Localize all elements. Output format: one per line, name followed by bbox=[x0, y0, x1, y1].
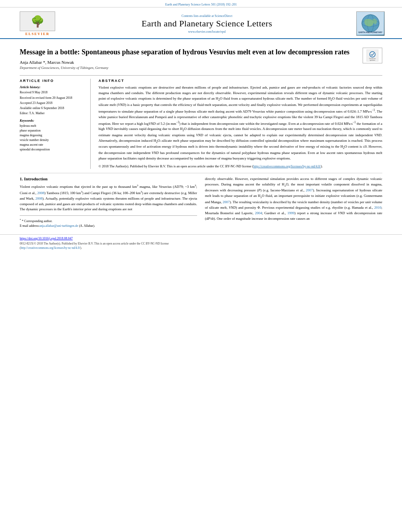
keywords-label: Keywords: bbox=[20, 119, 84, 122]
abstract-heading: ABSTRACT bbox=[99, 79, 382, 83]
received-date: Received 9 May 2018 bbox=[20, 90, 84, 95]
section-number: 1. bbox=[20, 176, 24, 181]
svg-text:updates: updates bbox=[370, 59, 375, 61]
section-divider bbox=[20, 173, 382, 173]
email-label: E-mail address: bbox=[20, 224, 39, 228]
and-word: and bbox=[92, 207, 97, 211]
main-article-cols: 1. Introduction Violent explosive volcan… bbox=[20, 176, 382, 228]
history-label: Article history: bbox=[20, 85, 84, 89]
article-body: Message in a bottle: Spontaneous phase s… bbox=[0, 39, 402, 232]
author-email-link[interactable]: anja.allabar@uni-tuebingen.de bbox=[39, 224, 78, 228]
contents-text: Contents lists available at bbox=[182, 14, 214, 18]
page: Earth and Planetary Science Letters 501 … bbox=[0, 0, 402, 532]
ref-hamada-2010[interactable]: 2010 bbox=[374, 206, 381, 209]
article-info-heading: ARTICLE INFO bbox=[20, 79, 84, 83]
footnote-email: E-mail address:anja.allabar@uni-tuebinge… bbox=[20, 224, 197, 228]
main-col-left: 1. Introduction Violent explosive volcan… bbox=[20, 176, 197, 228]
article-info-col: ARTICLE INFO Article history: Received 9… bbox=[20, 79, 91, 169]
footer-doi[interactable]: https://doi.org/10.1016/j.epsl.2018.08.0… bbox=[20, 237, 382, 240]
journal-reference: Earth and Planetary Science Letters 501 … bbox=[165, 3, 237, 6]
earth-logo-text: EARTH AND PLANETARY bbox=[357, 12, 384, 36]
available-date: Available online 6 September 2018 bbox=[20, 106, 84, 110]
earth-logo-area: EARTH AND PLANETARY bbox=[351, 11, 390, 36]
keyword-4: vesicle number density bbox=[20, 138, 84, 143]
authors-line: Anja Allabar *, Marcus Nowak bbox=[20, 60, 357, 65]
email-name: (A. Allabar). bbox=[79, 224, 95, 228]
keyword-6: spinodal decomposition bbox=[20, 147, 84, 152]
keyword-2: phase separation bbox=[20, 128, 84, 133]
page-footer: https://doi.org/10.1016/j.epsl.2018.08.0… bbox=[0, 234, 402, 252]
doi-link[interactable]: https://doi.org/10.1016/j.epsl.2018.08.0… bbox=[20, 237, 73, 240]
check-updates-badge: Check for updates bbox=[363, 48, 382, 63]
intro-para-2: directly observable. However, experiment… bbox=[205, 176, 382, 222]
journal-name-area: Contents lists available at ScienceDirec… bbox=[63, 14, 351, 33]
accepted-date: Accepted 23 August 2018 bbox=[20, 101, 84, 105]
elsevier-wordmark: ELSEVIER bbox=[25, 32, 50, 36]
author-names: Anja Allabar *, Marcus Nowak bbox=[20, 60, 74, 65]
intro-para-1: Violent explosive volcanic eruptions tha… bbox=[20, 184, 197, 213]
contents-available-line: Contents lists available at ScienceDirec… bbox=[63, 14, 351, 18]
keywords-list: hydrous melt phase separation magma dega… bbox=[20, 124, 84, 152]
abstract-col: ABSTRACT Violent explosive volcanic erup… bbox=[99, 79, 382, 169]
footer-cc-link[interactable]: http://creativecommons.org/licenses/by-n… bbox=[21, 246, 80, 250]
ref-iacono-2007[interactable]: 2007 bbox=[306, 188, 313, 192]
title-section: Message in a bottle: Spontaneous phase s… bbox=[20, 48, 382, 72]
intro-section-title: 1. Introduction bbox=[20, 176, 197, 181]
footnote-area: * * Corresponding author. E-mail address… bbox=[20, 215, 197, 228]
keyword-1: hydrous melt bbox=[20, 124, 84, 128]
article-title: Message in a bottle: Spontaneous phase s… bbox=[20, 48, 357, 57]
elsevier-logo: 🌳 ELSEVIER bbox=[20, 11, 55, 36]
sciencedirect-link[interactable]: ScienceDirect bbox=[215, 14, 233, 18]
ref-mourtada-2004[interactable]: 2004 bbox=[255, 211, 262, 215]
intro-title-text: Introduction bbox=[24, 176, 48, 181]
received-revised-date: Received in revised form 20 August 2018 bbox=[20, 96, 84, 100]
footer-issn: 0012-821X/© 2018 The Author(s). Publishe… bbox=[20, 241, 382, 250]
abstract-text: Violent explosive volcanic eruptions are… bbox=[99, 85, 382, 169]
tree-icon: 🌳 bbox=[31, 15, 45, 28]
journal-url[interactable]: www.elsevier.com/locate/epsl bbox=[63, 30, 351, 33]
earth-journal-logo: EARTH AND PLANETARY bbox=[356, 11, 385, 36]
main-col-right: directly observable. However, experiment… bbox=[205, 176, 382, 228]
journal-top-bar: Earth and Planetary Science Letters 501 … bbox=[0, 0, 402, 7]
footnote-corresponding: * * Corresponding author. bbox=[20, 218, 197, 224]
elsevier-logo-image: 🌳 bbox=[20, 11, 55, 31]
copyright-line: © 2018 The Author(s). Published by Elsev… bbox=[99, 164, 382, 169]
affiliation: Department of Geosciences, University of… bbox=[20, 66, 357, 70]
editor-line: Editor: T.A. Mather bbox=[20, 111, 84, 115]
cc-license-link[interactable]: http://creativecommons.org/licenses/by-n… bbox=[253, 164, 321, 168]
elsevier-logo-area: 🌳 ELSEVIER bbox=[12, 11, 63, 36]
title-text-block: Message in a bottle: Spontaneous phase s… bbox=[20, 48, 357, 72]
info-abstract-row: ARTICLE INFO Article history: Received 9… bbox=[20, 75, 382, 169]
keyword-3: magma degassing bbox=[20, 133, 84, 138]
ref-gonnermann-2007[interactable]: 2007 bbox=[223, 200, 230, 204]
keyword-5: magma ascent rate bbox=[20, 143, 84, 147]
ref-miller-2008[interactable]: 2008 bbox=[35, 196, 43, 200]
journal-title: Earth and Planetary Science Letters bbox=[63, 19, 351, 29]
ref-cioni-2008[interactable]: 2008 bbox=[37, 191, 45, 195]
svg-text:EARTH AND PLANETARY: EARTH AND PLANETARY bbox=[359, 31, 383, 33]
corresponding-label: * Corresponding author. bbox=[22, 219, 52, 223]
journal-header: 🌳 ELSEVIER Contents lists available at S… bbox=[0, 9, 402, 39]
issn-text-1: 0012-821X/© 2018 The Author(s). Publishe… bbox=[20, 242, 169, 245]
ref-gardner-1999[interactable]: 1999 bbox=[287, 211, 294, 215]
title-authors-row: Message in a bottle: Spontaneous phase s… bbox=[20, 48, 382, 72]
